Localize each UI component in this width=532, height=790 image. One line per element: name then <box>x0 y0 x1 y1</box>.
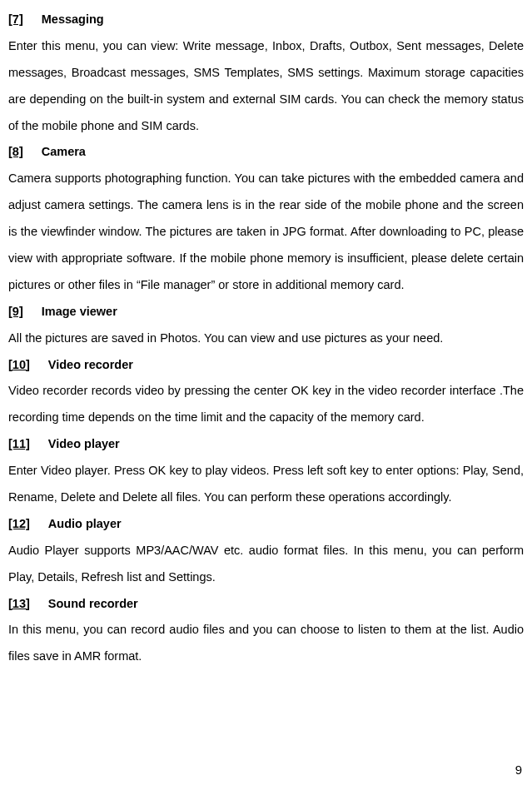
section-title: Audio player <box>48 517 122 530</box>
heading-video-player: [11]Video player <box>8 431 524 458</box>
heading-image-viewer: [9]Image viewer <box>8 299 524 325</box>
section-number: [13] <box>8 597 30 610</box>
body-messaging: Enter this menu, you can view: Write mes… <box>8 33 524 140</box>
heading-camera: [8]Camera <box>8 139 524 166</box>
page-number: 9 <box>515 756 522 783</box>
section-title: Image viewer <box>42 305 117 318</box>
section-title: Messaging <box>42 12 104 26</box>
body-video-player: Enter Video player. Press OK key to play… <box>8 458 524 511</box>
heading-sound-recorder: [13]Sound recorder <box>8 591 524 618</box>
body-audio-player: Audio Player supports MP3/AAC/WAV etc. a… <box>8 538 524 591</box>
section-number: [8] <box>8 145 23 158</box>
body-camera: Camera supports photographing function. … <box>8 166 524 298</box>
section-title: Video player <box>48 437 120 450</box>
body-video-recorder: Video recorder records video by pressing… <box>8 378 524 431</box>
section-number: [10] <box>8 358 30 371</box>
body-sound-recorder: In this menu, you can record audio files… <box>8 617 524 670</box>
section-number: [12] <box>8 517 30 530</box>
section-title: Sound recorder <box>48 597 138 610</box>
section-number: [9] <box>8 305 23 318</box>
heading-video-recorder: [10]Video recorder <box>8 352 524 379</box>
section-number: [7] <box>8 12 23 26</box>
body-image-viewer: All the pictures are saved in Photos. Yo… <box>8 325 524 352</box>
heading-messaging: [7]Messaging <box>8 7 524 33</box>
section-number: [11] <box>8 437 30 450</box>
section-title: Camera <box>42 145 86 158</box>
document-body: [7]Messaging Enter this menu, you can vi… <box>8 7 524 670</box>
section-title: Video recorder <box>48 358 133 371</box>
heading-audio-player: [12]Audio player <box>8 511 524 538</box>
